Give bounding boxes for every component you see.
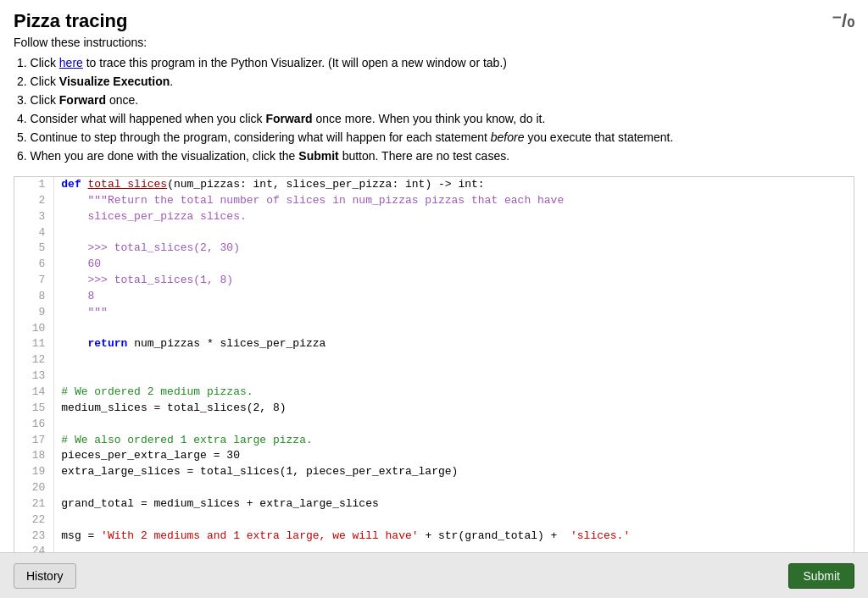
line-code: medium_slices = total_slices(2, 8) bbox=[54, 401, 854, 417]
list-item: 1. Click here to trace this program in t… bbox=[14, 56, 854, 69]
here-link[interactable]: here bbox=[59, 56, 83, 69]
code-row: 13 bbox=[14, 368, 854, 385]
line-code: >>> total_slices(2, 30) bbox=[54, 241, 854, 257]
line-number: 3 bbox=[14, 209, 54, 225]
line-number: 2 bbox=[14, 193, 54, 209]
line-code bbox=[54, 352, 854, 368]
line-number: 21 bbox=[14, 496, 54, 512]
page-title: Pizza tracing bbox=[14, 10, 127, 32]
line-number: 6 bbox=[14, 257, 54, 273]
line-code: """Return the total number of slices in … bbox=[54, 193, 854, 209]
line-number: 16 bbox=[14, 417, 54, 433]
line-number: 23 bbox=[14, 529, 54, 545]
line-number: 11 bbox=[14, 336, 54, 352]
line-code: 60 bbox=[54, 257, 854, 273]
line-number: 7 bbox=[14, 273, 54, 289]
code-row: 2 """Return the total number of slices i… bbox=[14, 193, 854, 209]
bold-text: Visualize Execution bbox=[59, 75, 170, 88]
list-item: 3. Click Forward once. bbox=[14, 93, 854, 107]
italic-text: before bbox=[491, 130, 525, 144]
page-container: Pizza tracing ⁻/₀ Follow these instructi… bbox=[0, 0, 868, 598]
line-code bbox=[54, 512, 854, 529]
code-row: 22 bbox=[14, 512, 854, 529]
list-item: 4. Consider what will happened when you … bbox=[14, 112, 854, 125]
bold-text: Forward bbox=[59, 93, 106, 107]
list-item: 2. Click Visualize Execution. bbox=[14, 75, 854, 88]
line-code bbox=[54, 480, 854, 496]
code-row: 6 60 bbox=[14, 257, 854, 273]
code-row: 18 pieces_per_extra_large = 30 bbox=[14, 448, 854, 464]
line-code: grand_total = medium_slices + extra_larg… bbox=[54, 496, 854, 512]
line-code: extra_large_slices = total_slices(1, pie… bbox=[54, 464, 854, 480]
code-table: 1 def total_slices(num_pizzas: int, slic… bbox=[14, 177, 854, 560]
list-item: 6. When you are done with the visualizat… bbox=[14, 149, 854, 163]
step-num: 4. bbox=[17, 112, 27, 125]
code-row: 15 medium_slices = total_slices(2, 8) bbox=[14, 401, 854, 417]
line-number: 13 bbox=[14, 368, 54, 385]
line-number: 15 bbox=[14, 401, 54, 417]
line-number: 1 bbox=[14, 177, 54, 193]
line-code: def total_slices(num_pizzas: int, slices… bbox=[54, 177, 854, 193]
bold-text: Forward bbox=[265, 112, 312, 125]
code-row: 14 # We ordered 2 medium pizzas. bbox=[14, 385, 854, 401]
step-num: 5. bbox=[17, 130, 27, 144]
line-number: 9 bbox=[14, 305, 54, 321]
logo: ⁻/₀ bbox=[832, 10, 854, 32]
code-container: 1 def total_slices(num_pizzas: int, slic… bbox=[14, 176, 854, 561]
code-row: 3 slices_per_pizza slices. bbox=[14, 209, 854, 225]
line-number: 19 bbox=[14, 464, 54, 480]
code-row: 10 bbox=[14, 321, 854, 337]
line-number: 18 bbox=[14, 448, 54, 464]
line-number: 12 bbox=[14, 352, 54, 368]
line-code: # We also ordered 1 extra large pizza. bbox=[54, 433, 854, 449]
code-row: 21 grand_total = medium_slices + extra_l… bbox=[14, 496, 854, 512]
line-code: >>> total_slices(1, 8) bbox=[54, 273, 854, 289]
line-number: 5 bbox=[14, 241, 54, 257]
instructions-label: Follow these instructions: bbox=[14, 36, 854, 49]
line-code bbox=[54, 368, 854, 385]
code-row: 16 bbox=[14, 417, 854, 433]
bold-text: Submit bbox=[298, 149, 338, 163]
header: Pizza tracing ⁻/₀ bbox=[14, 10, 854, 32]
line-number: 20 bbox=[14, 480, 54, 496]
line-code: pieces_per_extra_large = 30 bbox=[54, 448, 854, 464]
step-num: 3. bbox=[17, 93, 27, 107]
instructions-list: 1. Click here to trace this program in t… bbox=[14, 56, 854, 163]
line-number: 8 bbox=[14, 289, 54, 305]
line-code bbox=[54, 225, 854, 241]
line-code: msg = 'With 2 mediums and 1 extra large,… bbox=[54, 529, 854, 545]
code-row: 9 """ bbox=[14, 305, 854, 321]
line-number: 22 bbox=[14, 512, 54, 529]
code-row: 12 bbox=[14, 352, 854, 368]
line-number: 14 bbox=[14, 385, 54, 401]
line-code: # We ordered 2 medium pizzas. bbox=[54, 385, 854, 401]
line-code bbox=[54, 321, 854, 337]
line-number: 17 bbox=[14, 433, 54, 449]
code-row: 1 def total_slices(num_pizzas: int, slic… bbox=[14, 177, 854, 193]
history-button[interactable]: History bbox=[14, 563, 76, 589]
line-code bbox=[54, 417, 854, 433]
step-num: 6. bbox=[17, 149, 27, 163]
code-row: 20 bbox=[14, 480, 854, 496]
code-row: 8 8 bbox=[14, 289, 854, 305]
line-number: 4 bbox=[14, 225, 54, 241]
submit-button[interactable]: Submit bbox=[788, 563, 854, 589]
code-row: 23 msg = 'With 2 mediums and 1 extra lar… bbox=[14, 529, 854, 545]
code-row: 17 # We also ordered 1 extra large pizza… bbox=[14, 433, 854, 449]
step-num: 2. bbox=[17, 75, 27, 88]
code-row: 19 extra_large_slices = total_slices(1, … bbox=[14, 464, 854, 480]
line-code: slices_per_pizza slices. bbox=[54, 209, 854, 225]
line-code: 8 bbox=[54, 289, 854, 305]
line-code: """ bbox=[54, 305, 854, 321]
step-num: 1. bbox=[17, 56, 27, 69]
line-code: return num_pizzas * slices_per_pizza bbox=[54, 336, 854, 352]
bottom-bar: History Submit bbox=[0, 552, 868, 598]
line-number: 10 bbox=[14, 321, 54, 337]
code-row: 11 return num_pizzas * slices_per_pizza bbox=[14, 336, 854, 352]
code-row: 7 >>> total_slices(1, 8) bbox=[14, 273, 854, 289]
list-item: 5. Continue to step through the program,… bbox=[14, 130, 854, 144]
code-row: 5 >>> total_slices(2, 30) bbox=[14, 241, 854, 257]
code-row: 4 bbox=[14, 225, 854, 241]
